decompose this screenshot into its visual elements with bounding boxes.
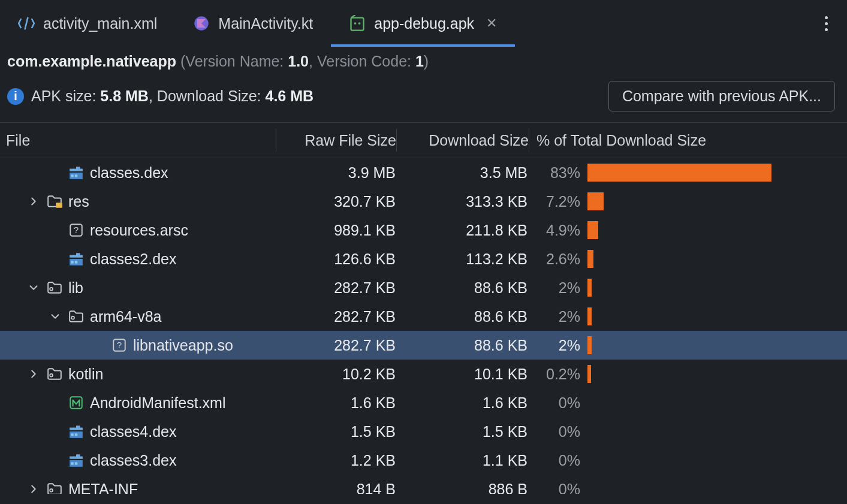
- chevron-down-icon[interactable]: [48, 309, 62, 324]
- table-row[interactable]: lib282.7 KB88.6 KB2%: [0, 273, 847, 302]
- download-size: 313.3 KB: [396, 193, 528, 210]
- download-size: 10.1 KB: [396, 366, 528, 383]
- version-name: 1.0: [288, 53, 309, 70]
- percent-bar-cell: [587, 451, 845, 469]
- unknown-icon: [68, 222, 84, 238]
- download-size: 88.6 KB: [396, 308, 528, 325]
- percent-bar-cell: [587, 480, 845, 494]
- table-row[interactable]: META-INF814 B886 B0%: [0, 475, 847, 494]
- raw-size: 282.7 KB: [276, 279, 396, 297]
- version-code-label: Version Code:: [317, 53, 411, 70]
- table-row[interactable]: resources.arsc989.1 KB211.8 KB4.9%: [0, 216, 847, 245]
- file-name: lib: [68, 279, 83, 297]
- percent-bar: [587, 192, 604, 210]
- download-size: 3.5 MB: [396, 164, 528, 182]
- download-size: 113.2 KB: [396, 251, 528, 268]
- download-size: 88.6 KB: [396, 337, 528, 354]
- download-size-label: Download Size:: [157, 87, 261, 104]
- raw-size: 320.7 KB: [276, 193, 396, 210]
- percent-bar-cell: [587, 365, 845, 383]
- percent-bar-cell: [587, 250, 845, 268]
- apk-icon: [349, 15, 366, 32]
- percent-bar: [587, 307, 592, 325]
- file-name: classes2.dex: [90, 251, 177, 268]
- file-table[interactable]: classes.dex3.9 MB3.5 MB83%res320.7 KB313…: [0, 158, 847, 494]
- compare-apk-button[interactable]: Compare with previous APK...: [608, 81, 835, 111]
- percent-value: 0%: [528, 452, 587, 469]
- table-row[interactable]: res320.7 KB313.3 KB7.2%: [0, 187, 847, 216]
- raw-size: 282.7 KB: [276, 308, 396, 325]
- download-size: 211.8 KB: [396, 222, 528, 239]
- download-size: 886 B: [396, 481, 528, 494]
- percent-bar: [587, 250, 593, 268]
- file-name: META-INF: [68, 481, 138, 494]
- raw-size: 814 B: [276, 481, 396, 494]
- percent-value: 7.2%: [528, 193, 587, 210]
- tab-activity-main[interactable]: activity_main.xml: [0, 0, 175, 47]
- package-header: com.example.nativeapp (Version Name: 1.0…: [0, 47, 847, 73]
- file-name: AndroidManifest.xml: [90, 394, 225, 412]
- col-header-raw[interactable]: Raw File Size: [276, 132, 396, 149]
- close-icon[interactable]: ✕: [486, 16, 497, 31]
- download-size: 88.6 KB: [396, 279, 528, 297]
- percent-bar: [587, 365, 591, 383]
- percent-bar: [587, 164, 771, 182]
- table-row[interactable]: arm64-v8a282.7 KB88.6 KB2%: [0, 302, 847, 331]
- file-name: resources.arsc: [90, 222, 188, 239]
- col-header-download[interactable]: Download Size: [397, 132, 529, 149]
- apk-size-label: APK size:: [31, 87, 96, 104]
- manifest-icon: [68, 395, 84, 411]
- download-size: 1.6 KB: [396, 394, 528, 412]
- apk-size-value: 5.8 MB: [100, 87, 149, 104]
- percent-value: 4.9%: [528, 222, 587, 239]
- package-name: com.example.nativeapp: [7, 53, 176, 70]
- dex-icon: [68, 251, 84, 267]
- raw-size: 1.5 KB: [276, 423, 396, 440]
- percent-bar-cell: [587, 221, 845, 239]
- percent-value: 0%: [528, 394, 587, 412]
- percent-value: 83%: [528, 164, 587, 182]
- percent-value: 2.6%: [528, 251, 587, 268]
- tab-main-activity[interactable]: MainActivity.kt: [175, 0, 331, 47]
- folder-icon: [47, 366, 62, 382]
- unknown-icon: [111, 337, 127, 353]
- file-name: arm64-v8a: [90, 308, 162, 325]
- raw-size: 10.2 KB: [276, 366, 396, 383]
- chevron-right-icon[interactable]: [26, 482, 41, 494]
- tab-app-debug-apk[interactable]: app-debug.apk ✕: [331, 0, 515, 47]
- chevron-down-icon[interactable]: [26, 280, 41, 295]
- table-row[interactable]: libnativeapp.so282.7 KB88.6 KB2%: [0, 331, 847, 360]
- percent-bar-cell: [587, 164, 845, 182]
- table-row[interactable]: kotlin10.2 KB10.1 KB0.2%: [0, 360, 847, 388]
- table-row[interactable]: classes.dex3.9 MB3.5 MB83%: [0, 158, 847, 187]
- more-menu-button[interactable]: [811, 8, 841, 38]
- percent-bar: [587, 279, 592, 297]
- raw-size: 282.7 KB: [276, 337, 396, 354]
- chevron-right-icon[interactable]: [26, 367, 41, 381]
- folder-icon: [47, 280, 62, 295]
- percent-value: 0.2%: [528, 366, 587, 383]
- tab-bar: activity_main.xml MainActivity.kt app-de…: [0, 0, 847, 47]
- col-header-percent[interactable]: % of Total Download Size: [529, 132, 835, 149]
- file-name: classes3.dex: [90, 452, 177, 469]
- kotlin-icon: [193, 15, 210, 32]
- raw-size: 1.6 KB: [276, 394, 396, 412]
- percent-value: 0%: [528, 423, 587, 440]
- folder-icon: [47, 481, 62, 494]
- percent-value: 0%: [528, 481, 587, 494]
- dex-icon: [68, 424, 84, 439]
- percent-bar: [587, 336, 592, 354]
- chevron-right-icon[interactable]: [26, 194, 41, 209]
- percent-bar: [587, 221, 598, 239]
- table-row[interactable]: classes4.dex1.5 KB1.5 KB0%: [0, 417, 847, 446]
- folder-icon: [68, 309, 84, 324]
- col-header-file[interactable]: File: [0, 132, 276, 149]
- table-row[interactable]: AndroidManifest.xml1.6 KB1.6 KB0%: [0, 388, 847, 417]
- tab-label: MainActivity.kt: [218, 15, 313, 32]
- table-row[interactable]: classes3.dex1.2 KB1.1 KB0%: [0, 446, 847, 475]
- percent-bar-cell: [587, 422, 845, 440]
- table-row[interactable]: classes2.dex126.6 KB113.2 KB2.6%: [0, 245, 847, 273]
- size-info-row: i APK size: 5.8 MB, Download Size: 4.6 M…: [0, 73, 847, 122]
- resdir-icon: [47, 194, 62, 209]
- version-name-label: Version Name:: [185, 53, 284, 70]
